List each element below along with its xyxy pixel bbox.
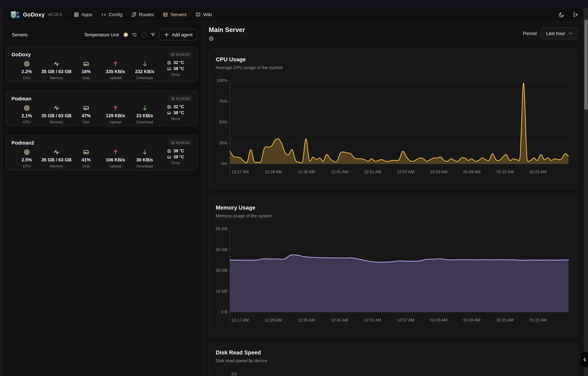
temp-cpu-value: 32 °C <box>173 60 184 65</box>
route-icon <box>131 12 137 17</box>
stat-icon-wrap <box>112 104 119 112</box>
upload-arrow-icon <box>112 61 119 67</box>
nav-item-wiki[interactable]: Wiki <box>196 12 212 17</box>
celsius-radio[interactable] <box>123 32 128 37</box>
cpu-chart-subtitle: Average CPU usage of the system <box>216 65 570 70</box>
stat-value: 2.5% <box>21 157 32 162</box>
download-arrow-icon <box>141 105 148 111</box>
stat-icon-wrap <box>83 104 89 112</box>
hard-drive-icon <box>83 149 89 155</box>
svg-text:14 GB: 14 GB <box>216 289 227 293</box>
download-arrow-icon <box>141 149 148 155</box>
svg-text:12:51 AM: 12:51 AM <box>364 318 381 322</box>
stat-value: 47% <box>82 113 91 118</box>
theme-toggle-moon-icon[interactable] <box>559 12 564 17</box>
stat-label: Download <box>136 164 153 168</box>
server-card-header: Podman @ 16:16:24 <box>11 95 192 101</box>
svg-text:12:17 AM: 12:17 AM <box>232 169 249 174</box>
memory-usage-chart[interactable]: 0 B14 GB28 GB42 GB56 GB12:17 AM12:26 AM1… <box>216 225 571 324</box>
server-timestamp-badge: @ 16:16:24 <box>168 95 192 101</box>
stat-temp: 38 °C 38 °C Temp <box>159 149 192 168</box>
svg-text:0%: 0% <box>221 161 227 166</box>
stat-label: Memory <box>50 164 63 168</box>
svg-text:12:26 AM: 12:26 AM <box>265 318 282 322</box>
stat-memory: 35 GB / 63 GB Memory <box>42 60 72 80</box>
svg-text:12:35 AM: 12:35 AM <box>298 318 315 322</box>
svg-text:75%: 75% <box>219 99 227 104</box>
nav-item-config[interactable]: Config <box>101 12 122 17</box>
stat-memory: 35 GB / 63 GB Memory <box>42 104 72 124</box>
download-arrow-icon <box>141 61 148 67</box>
server-timestamp-badge: @ 16:16:24 <box>168 51 192 57</box>
grid-icon <box>74 12 79 17</box>
stat-label: Upload <box>110 164 121 168</box>
period-control: Period Last hour <box>523 27 577 39</box>
nav-item-apps[interactable]: Apps <box>74 12 92 17</box>
stat-value: 30 KB/s <box>136 157 153 162</box>
period-select[interactable]: Last hour <box>541 27 577 39</box>
scrollbar-thumb[interactable] <box>584 20 588 110</box>
svg-text:12:41 AM: 12:41 AM <box>331 318 348 322</box>
activity-icon <box>53 61 60 67</box>
temp-disk-row: 38 °C <box>167 66 184 71</box>
content-row: Servers Temperature Unit °C °F Add agent <box>2 22 588 376</box>
temp-disk-value: 38 °C <box>173 155 184 159</box>
period-label: Period <box>523 31 537 36</box>
stat-value: 106 KB/s <box>106 157 125 162</box>
svg-text:56 GB: 56 GB <box>216 226 227 231</box>
svg-text:12:41 AM: 12:41 AM <box>331 169 348 174</box>
svg-text:50%: 50% <box>219 120 227 124</box>
stat-icon-wrap <box>24 149 30 156</box>
main-area: Main Server Period Last hour <box>202 22 588 376</box>
stat-upload: 335 KB/s Upload <box>101 60 130 80</box>
cpu-chip-icon <box>24 149 30 155</box>
stat-icon-wrap <box>83 60 89 67</box>
stat-download: 23 KB/s Download <box>130 104 159 124</box>
fahrenheit-label[interactable]: °F <box>150 32 155 37</box>
cpu-chart-title: CPU Usage <box>216 56 570 63</box>
cpu-usage-chart[interactable]: 0%25%50%75%100%12:17 AM12:26 AM12:35 AM1… <box>216 77 571 176</box>
disk-read-speed-card: Disk Read Speed Disk read speed by devic… <box>209 343 577 376</box>
nav-right <box>559 12 581 17</box>
stat-value: 335 KB/s <box>106 69 125 74</box>
stat-label: Download <box>136 120 153 124</box>
nav-item-label: Apps <box>81 12 92 17</box>
nav-item-routes[interactable]: Routes <box>131 12 154 17</box>
cpu-chip-icon <box>24 105 30 111</box>
temp-cpu-row: 32 °C <box>167 60 184 65</box>
stat-label: Download <box>136 76 153 80</box>
stat-disk: 47% Disk <box>72 104 101 124</box>
stat-label: Disk <box>83 76 90 80</box>
main-header: Main Server Period Last hour <box>209 26 577 42</box>
stat-disk: 41% Disk <box>72 149 101 168</box>
hard-drive-icon <box>83 61 89 67</box>
svg-text:01:15 AM: 01:15 AM <box>496 169 513 174</box>
disk-read-speed-chart[interactable]: 1/2MB/s12:17 AM12:26 AM12:35 AM12:41 AM1… <box>216 370 571 376</box>
logout-icon[interactable] <box>573 12 578 17</box>
server-card[interactable]: GoDoxy @ 16:16:24 2.2% CPU 35 GB / 63 GB… <box>6 46 198 82</box>
celsius-label[interactable]: °C <box>132 32 137 37</box>
activity-icon <box>53 149 60 155</box>
svg-text:12:26 AM: 12:26 AM <box>265 169 282 174</box>
main-title-block: Main Server <box>209 26 245 42</box>
stat-label: CPU <box>23 164 31 168</box>
server-card[interactable]: Podman @ 16:16:24 2.1% CPU 35 GB / 63 GB… <box>6 91 198 126</box>
sidebar-header: Servers Temperature Unit °C °F Add agent <box>12 29 197 41</box>
nav-item-label: Servers <box>170 12 186 17</box>
fahrenheit-radio[interactable] <box>142 32 147 37</box>
stat-label: Upload <box>110 76 121 80</box>
add-agent-button[interactable]: Add agent <box>160 29 197 41</box>
main-panel: GoDoxy v0.18.0 AppsConfigRoutesServersWi… <box>1 7 588 376</box>
server-card[interactable]: Podman2 @ 16:16:24 2.5% CPU 35 GB / 63 G… <box>6 135 198 170</box>
upload-arrow-icon <box>112 149 119 155</box>
server-name: GoDoxy <box>11 51 31 57</box>
nav-item-label: Config <box>109 12 122 17</box>
cpu-chip-icon <box>167 61 171 65</box>
svg-text:12:57 AM: 12:57 AM <box>397 169 414 174</box>
sidebar-controls: Temperature Unit °C °F Add agent <box>84 29 197 41</box>
stat-icon-wrap <box>141 60 148 67</box>
nav-item-servers[interactable]: Servers <box>163 12 186 17</box>
svg-text:0 B: 0 B <box>221 310 227 314</box>
temp-disk-value: 38 °C <box>173 111 184 115</box>
panel-expand-handle[interactable] <box>581 352 588 367</box>
